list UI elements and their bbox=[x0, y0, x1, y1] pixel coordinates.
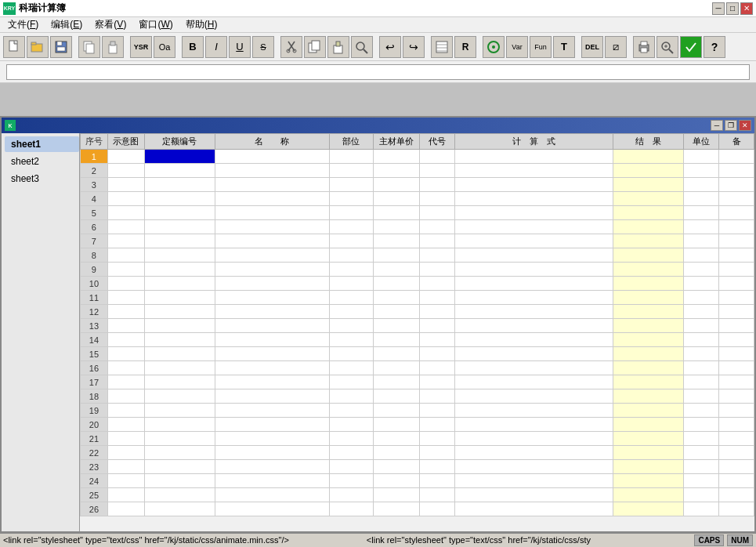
cell-name[interactable] bbox=[215, 220, 329, 234]
cell-icon[interactable] bbox=[107, 178, 144, 192]
spreadsheet-container[interactable]: 序号 示意图 定额编号 名 称 部位 主材单价 代号 计 算 式 结 果 单位 … bbox=[80, 133, 754, 531]
cell-price[interactable] bbox=[373, 418, 420, 432]
cell-code[interactable] bbox=[420, 263, 455, 277]
cell-result[interactable] bbox=[613, 234, 684, 248]
cell-part[interactable] bbox=[329, 502, 373, 516]
cell-unit[interactable] bbox=[684, 164, 719, 178]
cell-code[interactable] bbox=[420, 404, 455, 418]
cell-note[interactable] bbox=[719, 446, 754, 460]
cell-formula[interactable] bbox=[455, 178, 613, 192]
cell-note[interactable] bbox=[719, 234, 754, 248]
cell-name[interactable] bbox=[215, 248, 329, 263]
cell-code[interactable] bbox=[420, 164, 455, 178]
cell-code[interactable] bbox=[420, 150, 455, 164]
cell-quota[interactable] bbox=[144, 263, 215, 277]
cell-name[interactable] bbox=[215, 206, 329, 220]
cut-button[interactable] bbox=[280, 36, 302, 58]
cell-result[interactable] bbox=[613, 305, 684, 319]
cell-unit[interactable] bbox=[684, 150, 719, 164]
cell-unit[interactable] bbox=[684, 206, 719, 220]
cell-result[interactable] bbox=[613, 446, 684, 460]
cell-formula[interactable] bbox=[455, 418, 613, 432]
cell-note[interactable] bbox=[719, 305, 754, 319]
cell-name[interactable] bbox=[215, 446, 329, 460]
cell-part[interactable] bbox=[329, 220, 373, 234]
cell-unit[interactable] bbox=[684, 347, 719, 361]
cell-quota[interactable] bbox=[144, 361, 215, 375]
cell-result[interactable] bbox=[613, 460, 684, 474]
cell-formula[interactable] bbox=[455, 432, 613, 446]
graph-button[interactable]: ⧄ bbox=[605, 36, 627, 58]
cell-icon[interactable] bbox=[107, 502, 144, 516]
cell-note[interactable] bbox=[719, 404, 754, 418]
cell-code[interactable] bbox=[420, 248, 455, 263]
maximize-button[interactable]: □ bbox=[726, 2, 739, 15]
cell-name[interactable] bbox=[215, 432, 329, 446]
cell-unit[interactable] bbox=[684, 474, 719, 488]
menu-window[interactable]: 窗口(W) bbox=[132, 16, 179, 33]
cell-part[interactable] bbox=[329, 375, 373, 389]
cell-part[interactable] bbox=[329, 319, 373, 333]
cell-quota[interactable] bbox=[144, 347, 215, 361]
cell-quota[interactable] bbox=[144, 277, 215, 291]
cell-quota[interactable] bbox=[144, 488, 215, 502]
cell-formula[interactable] bbox=[455, 192, 613, 206]
cell-icon[interactable] bbox=[107, 404, 144, 418]
cell-part[interactable] bbox=[329, 206, 373, 220]
delete-row-button[interactable]: R bbox=[454, 36, 476, 58]
cell-result[interactable] bbox=[613, 347, 684, 361]
cell-note[interactable] bbox=[719, 291, 754, 305]
menu-file[interactable]: 文件(F) bbox=[2, 16, 45, 33]
cell-unit[interactable] bbox=[684, 192, 719, 206]
cell-formula[interactable] bbox=[455, 347, 613, 361]
cell-code[interactable] bbox=[420, 446, 455, 460]
save-button[interactable] bbox=[50, 36, 72, 58]
inner-close-button[interactable]: ✕ bbox=[739, 120, 751, 131]
cell-part[interactable] bbox=[329, 248, 373, 263]
minimize-button[interactable]: ─ bbox=[712, 2, 725, 15]
cell-note[interactable] bbox=[719, 460, 754, 474]
cell-unit[interactable] bbox=[684, 263, 719, 277]
cell-quota[interactable] bbox=[144, 333, 215, 347]
cell-note[interactable] bbox=[719, 277, 754, 291]
cell-unit[interactable] bbox=[684, 432, 719, 446]
sheet-tab-sheet1[interactable]: sheet1 bbox=[5, 136, 79, 152]
cell-note[interactable] bbox=[719, 164, 754, 178]
cell-formula[interactable] bbox=[455, 206, 613, 220]
cell-name[interactable] bbox=[215, 488, 329, 502]
cell-icon[interactable] bbox=[107, 361, 144, 375]
cell-quota[interactable] bbox=[144, 418, 215, 432]
cell-note[interactable] bbox=[719, 319, 754, 333]
sheet-tab-sheet2[interactable]: sheet2 bbox=[5, 154, 79, 169]
sheet-tab-sheet3[interactable]: sheet3 bbox=[5, 171, 79, 187]
cell-quota[interactable] bbox=[144, 150, 215, 164]
cell-formula[interactable] bbox=[455, 234, 613, 248]
cell-icon[interactable] bbox=[107, 333, 144, 347]
cell-part[interactable] bbox=[329, 150, 373, 164]
cell-result[interactable] bbox=[613, 248, 684, 263]
cell-price[interactable] bbox=[373, 319, 420, 333]
cell-price[interactable] bbox=[373, 263, 420, 277]
formula-input[interactable] bbox=[6, 64, 750, 80]
edit-button[interactable] bbox=[431, 36, 453, 58]
cell-unit[interactable] bbox=[684, 277, 719, 291]
cell-quota[interactable] bbox=[144, 234, 215, 248]
cell-result[interactable] bbox=[613, 291, 684, 305]
cell-part[interactable] bbox=[329, 460, 373, 474]
cell-part[interactable] bbox=[329, 474, 373, 488]
undo-button[interactable]: ↩ bbox=[379, 36, 401, 58]
cell-price[interactable] bbox=[373, 361, 420, 375]
cell-icon[interactable] bbox=[107, 234, 144, 248]
cell-price[interactable] bbox=[373, 178, 420, 192]
cell-quota[interactable] bbox=[144, 192, 215, 206]
cell-name[interactable] bbox=[215, 263, 329, 277]
cell-price[interactable] bbox=[373, 460, 420, 474]
cell-price[interactable] bbox=[373, 291, 420, 305]
cell-quota[interactable] bbox=[144, 474, 215, 488]
print-button[interactable] bbox=[633, 36, 655, 58]
cell-formula[interactable] bbox=[455, 404, 613, 418]
cell-code[interactable] bbox=[420, 291, 455, 305]
cell-result[interactable] bbox=[613, 375, 684, 389]
cell-price[interactable] bbox=[373, 220, 420, 234]
cell-price[interactable] bbox=[373, 389, 420, 404]
